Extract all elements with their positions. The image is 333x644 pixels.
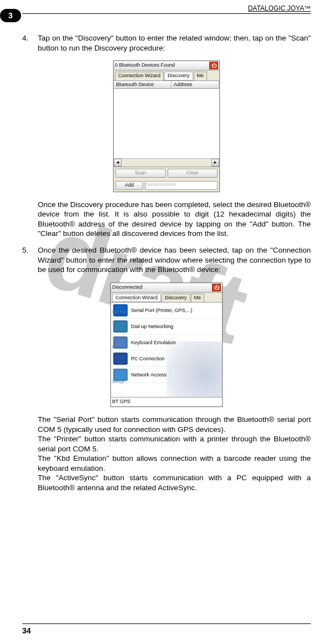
screenshot-wizard: Disconnected ⏻ Connection Wizard Discove…	[22, 283, 311, 407]
dialup-icon	[113, 320, 128, 333]
column-address: Address	[171, 81, 219, 89]
side-label-comport: OM Port	[112, 309, 127, 314]
wizard-item-dialup[interactable]: DialUp Dial-up Networking	[111, 319, 222, 335]
tabs-row: Connection Wizard Discovery Me	[114, 71, 219, 81]
wizard-label-dialup: Dial-up Networking	[131, 324, 173, 330]
columns-header: Bluetooth Device Address	[114, 81, 219, 89]
paragraph-serial: The "Serial Port" button starts communic…	[38, 415, 311, 434]
tabs-row-2: Connection Wizard Discovery Me	[111, 293, 222, 303]
step-5-number: 5.	[22, 245, 38, 275]
window-titlebar-2: Disconnected ⏻	[111, 283, 222, 293]
wizard-label-serial: Serial Port (Printer, GPS,...)	[131, 308, 193, 314]
add-button[interactable]: Add	[115, 181, 143, 190]
tab-connection-wizard[interactable]: Connection Wizard	[115, 72, 164, 80]
wizard-item-network[interactable]: AN Network Access	[111, 367, 222, 383]
scroll-right-icon[interactable]: ►	[211, 159, 219, 167]
step-5-text: Once the desired Bluetooth® device has b…	[38, 245, 311, 275]
footer-input[interactable]: BT GPS	[111, 397, 222, 406]
window-title-2: Disconnected	[112, 284, 143, 291]
wizard-item-serial[interactable]: OM Port Serial Port (Printer, GPS,...)	[111, 303, 222, 319]
address-input[interactable]: 000000000000	[145, 181, 218, 190]
footer-rule	[22, 623, 311, 624]
device-list[interactable]: ◄ ►	[114, 89, 219, 167]
scrollbar[interactable]: ◄ ►	[114, 158, 219, 167]
keyboard-icon	[113, 336, 128, 349]
wizard-list: OM Port Serial Port (Printer, GPS,...) D…	[111, 303, 222, 397]
step-4: 4. Tap on the "Discovery" button to ente…	[22, 33, 311, 53]
scan-button[interactable]: Scan	[115, 169, 166, 178]
network-icon	[113, 369, 128, 381]
close-icon-2[interactable]: ⏻	[212, 284, 221, 291]
tab-discovery-2[interactable]: Discovery	[162, 294, 190, 303]
tab-me-2[interactable]: Me	[191, 294, 205, 303]
paragraph-printer: The "Printer" button starts communicatio…	[38, 434, 311, 454]
step-4-number: 4.	[22, 33, 38, 53]
pc-icon	[113, 353, 128, 365]
wizard-label-pc: PC Connection	[131, 356, 165, 363]
window-titlebar: 0 Bluetooth Devices Found ⏻	[114, 61, 219, 71]
clear-button[interactable]: Clear	[168, 169, 218, 178]
paragraph-activesync: The "ActiveSync" button starts communica…	[38, 473, 311, 492]
page-number: 34	[22, 626, 31, 635]
step-4-text: Tap on the "Discovery" button to enter t…	[38, 33, 311, 53]
wizard-item-pc[interactable]: ctiveSync PC Connection	[111, 351, 222, 367]
tab-me[interactable]: Me	[194, 72, 208, 80]
column-device: Bluetooth Device	[114, 81, 171, 89]
step-4-continued: Once the Discovery procedure has been co…	[38, 200, 311, 239]
paragraph-kbd: The "Kbd Emulation" button allows connec…	[38, 454, 311, 473]
section-badge: 3	[0, 9, 21, 22]
scroll-left-icon[interactable]: ◄	[114, 159, 122, 167]
close-icon[interactable]: ⏻	[209, 62, 218, 69]
wizard-label-keyboard: Keyboard Emulation	[131, 340, 176, 346]
tab-connection-wizard-2[interactable]: Connection Wizard	[112, 294, 161, 303]
step-5: 5. Once the desired Bluetooth® device ha…	[22, 245, 311, 275]
wizard-label-network: Network Access	[131, 372, 167, 379]
window-title: 0 Bluetooth Devices Found	[115, 62, 175, 69]
wizard-item-keyboard[interactable]: Wedge Keyboard Emulation	[111, 335, 222, 351]
screenshot-discovery: 0 Bluetooth Devices Found ⏻ Connection W…	[22, 61, 311, 192]
tab-discovery[interactable]: Discovery	[164, 72, 193, 80]
